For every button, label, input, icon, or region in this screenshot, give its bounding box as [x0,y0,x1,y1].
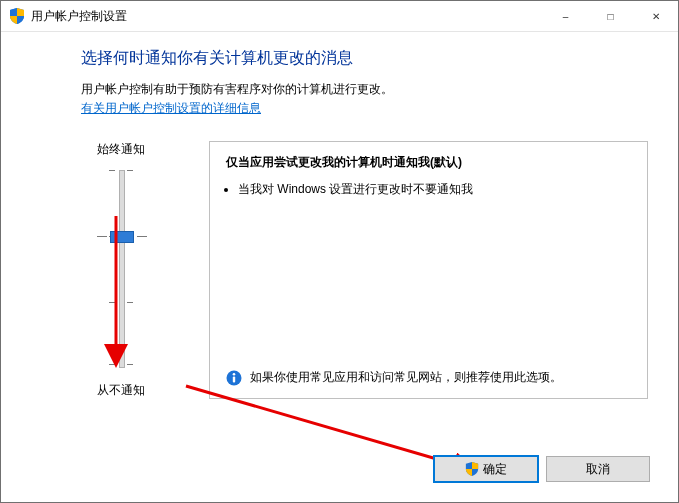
panel-footer-text: 如果你使用常见应用和访问常见网站，则推荐使用此选项。 [250,369,562,386]
content-area: 选择何时通知你有关计算机更改的消息 用户帐户控制有助于预防有害程序对你的计算机进… [1,32,678,399]
panel-bullets: 当我对 Windows 设置进行更改时不要通知我 [238,181,631,202]
help-link[interactable]: 有关用户帐户控制设置的详细信息 [81,101,261,115]
slider-column: 始终通知 从不通知 [81,141,201,399]
info-icon [226,370,242,386]
svg-rect-2 [233,377,235,383]
main-row: 始终通知 从不通知 仅当应用尝试更改我的计算机时通知我(默认) 当我对 Wind… [81,141,658,399]
page-description: 用户帐户控制有助于预防有害程序对你的计算机进行更改。 [81,81,658,98]
ok-button-label: 确定 [483,461,507,478]
panel-bullet: 当我对 Windows 设置进行更改时不要通知我 [238,181,631,198]
ok-button[interactable]: 确定 [434,456,538,482]
svg-point-1 [233,373,236,376]
slider-track [119,170,125,368]
shield-icon [9,8,25,24]
window-title: 用户帐户控制设置 [31,8,543,25]
uac-settings-window: 用户帐户控制设置 – □ ✕ 选择何时通知你有关计算机更改的消息 用户帐户控制有… [0,0,679,503]
shield-icon [465,462,479,476]
page-heading: 选择何时通知你有关计算机更改的消息 [81,48,658,69]
slider-top-label: 始终通知 [81,141,161,158]
window-controls: – □ ✕ [543,1,678,31]
slider-bottom-label: 从不通知 [81,382,161,399]
cancel-button[interactable]: 取消 [546,456,650,482]
panel-title: 仅当应用尝试更改我的计算机时通知我(默认) [226,154,631,171]
notification-slider[interactable] [81,164,161,374]
level-description-panel: 仅当应用尝试更改我的计算机时通知我(默认) 当我对 Windows 设置进行更改… [209,141,648,399]
close-button[interactable]: ✕ [633,1,678,31]
maximize-button[interactable]: □ [588,1,633,31]
slider-thumb[interactable] [110,231,134,243]
panel-footer: 如果你使用常见应用和访问常见网站，则推荐使用此选项。 [226,359,631,386]
titlebar[interactable]: 用户帐户控制设置 – □ ✕ [1,1,678,32]
dialog-buttons: 确定 取消 [434,456,650,482]
minimize-button[interactable]: – [543,1,588,31]
cancel-button-label: 取消 [586,461,610,478]
